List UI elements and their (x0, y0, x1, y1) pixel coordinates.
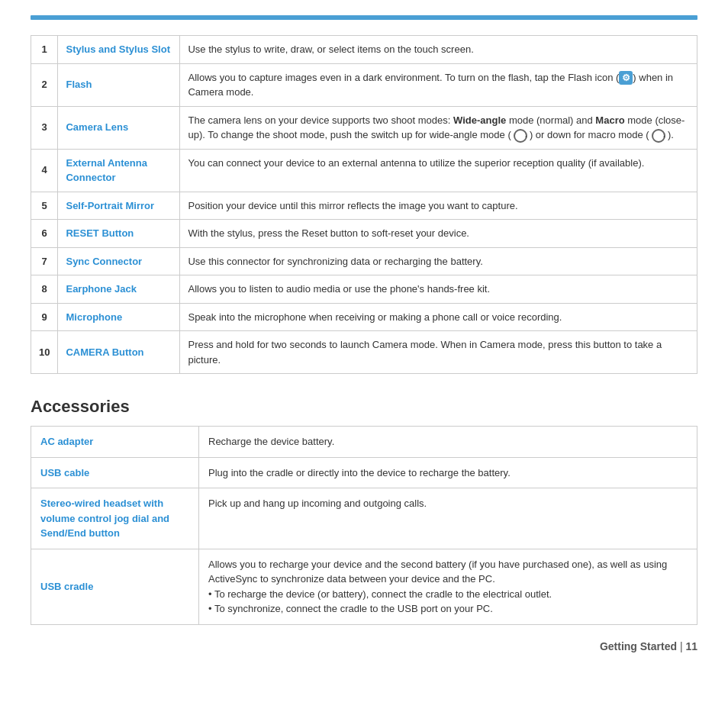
feature-desc: Allows you to listen to audio media or u… (180, 275, 697, 304)
feature-name: Self-Portrait Mirror (58, 192, 180, 220)
acc-name: USB cable (31, 457, 199, 488)
feature-desc: Position your device until this mirror r… (180, 192, 697, 220)
acc-row: Stereo-wired headset with volume control… (31, 488, 697, 549)
acc-name: Stereo-wired headset with volume control… (31, 488, 199, 549)
feature-name: CAMERA Button (58, 331, 180, 374)
page-number: 11 (685, 640, 697, 652)
table-row: 6 RESET Button With the stylus, press th… (31, 220, 697, 248)
top-bar (31, 15, 697, 20)
table-row: 9 Microphone Speak into the microphone w… (31, 303, 697, 331)
feature-name: Stylus and Stylus Slot (58, 36, 180, 64)
acc-row: USB cable Plug into the cradle or direct… (31, 457, 697, 488)
acc-name: USB cradle (31, 549, 199, 624)
table-row: 8 Earphone Jack Allows you to listen to … (31, 275, 697, 304)
macro-icon (652, 129, 665, 143)
row-number: 5 (31, 192, 58, 220)
flash-icon: ⚙ (619, 71, 633, 85)
table-row: 5 Self-Portrait Mirror Position your dev… (31, 192, 697, 220)
row-number: 6 (31, 220, 58, 248)
table-row: 7 Sync Connector Use this connector for … (31, 247, 697, 275)
row-number: 7 (31, 247, 58, 275)
row-number: 4 (31, 149, 58, 192)
table-row: 2 Flash Allows you to capture images eve… (31, 63, 697, 106)
acc-desc: Allows you to recharge your device and t… (199, 549, 697, 624)
feature-name: Microphone (58, 303, 180, 331)
acc-row: AC adapter Recharge the device battery. (31, 427, 697, 458)
feature-desc: Press and hold for two seconds to launch… (180, 331, 697, 374)
feature-desc: Speak into the microphone when receiving… (180, 303, 697, 331)
row-number: 3 (31, 106, 58, 149)
feature-desc: You can connect your device to an extern… (180, 149, 697, 192)
feature-desc: Use the stylus to write, draw, or select… (180, 36, 697, 64)
table-row: 4 External AntennaConnector You can conn… (31, 149, 697, 192)
footer-text: Getting Started (600, 640, 677, 652)
acc-desc: Pick up and hang up incoming and outgoin… (199, 488, 697, 549)
feature-desc: Use this connector for synchronizing dat… (180, 247, 697, 275)
feature-desc: The camera lens on your device supports … (180, 106, 697, 149)
acc-desc: Recharge the device battery. (199, 427, 697, 458)
footer: Getting Started | 11 (31, 640, 697, 652)
feature-name: Flash (58, 63, 180, 106)
feature-desc: Allows you to capture images even in a d… (180, 63, 697, 106)
table-row: 1 Stylus and Stylus Slot Use the stylus … (31, 36, 697, 64)
row-number: 2 (31, 63, 58, 106)
acc-desc: Plug into the cradle or directly into th… (199, 457, 697, 488)
feature-name: External AntennaConnector (58, 149, 180, 192)
accessories-table: AC adapter Recharge the device battery. … (31, 426, 697, 625)
feature-name: Sync Connector (58, 247, 180, 275)
table-row: 3 Camera Lens The camera lens on your de… (31, 106, 697, 149)
acc-name: AC adapter (31, 427, 199, 458)
feature-name: RESET Button (58, 220, 180, 248)
table-row: 10 CAMERA Button Press and hold for two … (31, 331, 697, 374)
feature-name: Camera Lens (58, 106, 180, 149)
features-table: 1 Stylus and Stylus Slot Use the stylus … (31, 35, 697, 374)
wide-angle-icon (514, 129, 527, 143)
row-number: 10 (31, 331, 58, 374)
feature-desc: With the stylus, press the Reset button … (180, 220, 697, 248)
accessories-title: Accessories (31, 397, 697, 417)
row-number: 8 (31, 275, 58, 304)
row-number: 1 (31, 36, 58, 64)
feature-name: Earphone Jack (58, 275, 180, 304)
acc-row: USB cradle Allows you to recharge your d… (31, 549, 697, 624)
row-number: 9 (31, 303, 58, 331)
